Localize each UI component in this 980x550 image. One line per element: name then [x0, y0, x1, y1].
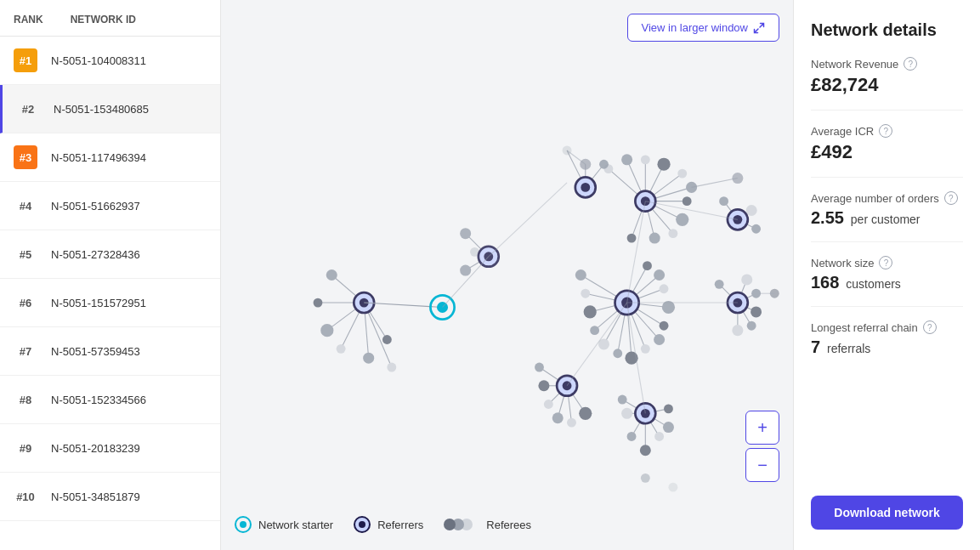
svg-point-144 [668, 483, 677, 492]
help-icon[interactable]: ? [879, 256, 892, 269]
network-list-item[interactable]: #4N-5051-51662937 [0, 182, 220, 230]
network-graph [221, 0, 793, 550]
help-icon[interactable]: ? [923, 320, 937, 334]
network-list-item[interactable]: #3N-5051-117496394 [0, 133, 220, 182]
network-list-item[interactable]: #10N-5051-34851879 [0, 473, 220, 521]
network-id-label: N-5051-57359453 [51, 345, 140, 358]
svg-point-83 [590, 326, 599, 335]
starter-legend-icon [235, 516, 252, 533]
metric-label: Network Revenue? [811, 57, 963, 71]
app-container: RANK NETWORK ID #1N-5051-104008311#2N-50… [0, 0, 980, 550]
legend-referees-item: Referees [444, 519, 531, 531]
svg-point-80 [575, 269, 586, 281]
help-icon[interactable]: ? [944, 191, 958, 205]
svg-point-12 [363, 353, 374, 364]
referee-legend-icon [444, 519, 473, 530]
network-list-item[interactable]: #1N-5051-104008311 [0, 37, 220, 85]
network-id-column-header: NETWORK ID [71, 14, 136, 26]
svg-point-136 [618, 395, 627, 405]
help-icon[interactable]: ? [904, 57, 917, 71]
svg-point-104 [741, 274, 752, 285]
svg-point-47 [683, 196, 692, 206]
svg-point-137 [621, 408, 632, 419]
right-panel: Network details Network Revenue?£82,724A… [793, 0, 980, 550]
network-list-item[interactable]: #6N-5051-151572951 [0, 279, 220, 327]
metric-value: £492 [811, 141, 963, 163]
metric-label-text: Average ICR [811, 125, 874, 138]
svg-point-44 [657, 158, 670, 171]
zoom-in-icon: + [757, 418, 768, 438]
svg-point-141 [663, 422, 674, 433]
view-larger-button[interactable]: View in larger window [627, 14, 780, 42]
metric-value-main: £82,724 [811, 74, 879, 95]
metric-row: Network size?168 customers [811, 256, 963, 307]
rank-badge: #3 [14, 145, 37, 169]
zoom-in-button[interactable]: + [745, 411, 779, 445]
svg-point-26 [460, 265, 471, 276]
svg-point-122 [544, 400, 553, 409]
network-list-item[interactable]: #2N-5051-153480685 [0, 85, 220, 133]
network-id-label: N-5051-152334566 [51, 394, 146, 406]
svg-point-61 [746, 205, 757, 216]
help-icon[interactable]: ? [879, 124, 892, 138]
metric-value: 7 referrals [811, 337, 963, 357]
starter-legend-label: Network starter [258, 519, 333, 531]
svg-point-62 [751, 224, 761, 234]
rank-badge: #10 [14, 485, 37, 508]
network-id-label: N-5051-153480685 [54, 103, 149, 116]
svg-rect-0 [221, 17, 793, 534]
svg-point-85 [613, 349, 622, 358]
network-list: #1N-5051-104008311#2N-5051-153480685#3N-… [0, 37, 220, 521]
svg-point-140 [654, 432, 664, 441]
referees-legend-label: Referees [486, 519, 531, 531]
expand-icon [753, 22, 765, 34]
svg-point-82 [584, 305, 597, 318]
legend-referrers-item: Referrers [354, 516, 423, 533]
svg-point-42 [621, 154, 632, 165]
metric-label-text: Network Revenue [811, 58, 898, 71]
legend: Network starter Referrers Referees [235, 516, 531, 533]
svg-point-8 [326, 269, 337, 281]
svg-point-49 [668, 229, 677, 238]
svg-point-89 [660, 321, 669, 331]
network-list-item[interactable]: #9N-5051-20183239 [0, 424, 220, 473]
svg-point-87 [641, 344, 650, 354]
svg-point-13 [382, 335, 392, 344]
network-id-label: N-5051-51662937 [51, 200, 140, 213]
legend-starter-item: Network starter [235, 516, 333, 533]
zoom-controls: + − [745, 411, 779, 482]
metric-label-text: Average number of orders [811, 192, 939, 205]
rank-badge: #8 [14, 388, 37, 411]
rank-badge: #7 [14, 339, 37, 363]
rank-badge: #2 [16, 97, 40, 121]
svg-point-161 [599, 160, 609, 169]
network-list-item[interactable]: #8N-5051-152334566 [0, 376, 220, 424]
network-id-label: N-5051-34851879 [51, 490, 140, 503]
rank-column-header: RANK [14, 14, 43, 26]
metric-label-text: Network size [811, 257, 874, 269]
rank-badge: #4 [14, 194, 37, 218]
svg-point-93 [643, 261, 652, 270]
metric-value-sub: customers [842, 277, 900, 291]
metric-value-main: 7 [811, 337, 820, 356]
metric-row: Average ICR?£492 [811, 124, 963, 178]
metric-label: Average number of orders? [811, 191, 963, 205]
network-list-item[interactable]: #7N-5051-57359453 [0, 327, 220, 376]
svg-point-43 [641, 155, 650, 164]
metric-label-text: Longest referral chain [811, 321, 918, 334]
graph-toolbar: View in larger window [627, 14, 780, 42]
metric-value: £82,724 [811, 74, 963, 96]
metric-value-main: £492 [811, 141, 853, 162]
network-id-label: N-5051-27328436 [51, 248, 140, 261]
zoom-out-button[interactable]: − [745, 448, 779, 482]
svg-point-14 [387, 363, 396, 372]
download-network-button[interactable]: Download network [811, 496, 963, 530]
network-list-item[interactable]: #5N-5051-27328436 [0, 230, 220, 279]
metric-value-main: 2.55 [811, 208, 844, 227]
metric-label: Network size? [811, 256, 963, 269]
rank-badge: #1 [14, 48, 37, 72]
metric-value-sub: per customer [847, 213, 921, 226]
network-id-label: N-5051-104008311 [51, 54, 146, 67]
metric-row: Network Revenue?£82,724 [811, 57, 963, 111]
svg-point-123 [552, 412, 564, 423]
